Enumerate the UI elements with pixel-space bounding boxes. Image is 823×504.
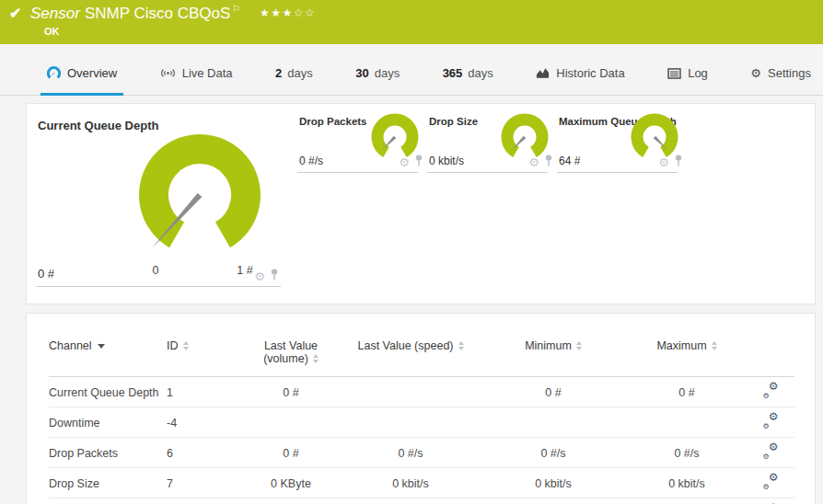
channel-id: 2 <box>167 498 240 504</box>
maximum-value: 0 kbit/s <box>627 468 747 498</box>
table-row: Current Queue Depth 1 0 # 0 # 0 # ⚙⚙ <box>49 377 794 407</box>
sensor-kind-label: Sensor <box>30 5 80 22</box>
minimum-value: 0 #/s <box>480 438 627 468</box>
historic-chart-icon <box>536 67 550 79</box>
gear-icon: ⚙ <box>750 66 761 80</box>
sensor-page: ✔ SensorSNMP Cisco CBQoS⚐ ★★★☆☆ OK Overv… <box>0 0 823 504</box>
last-value-speed: 0 #/s <box>342 438 480 468</box>
tab-settings[interactable]: ⚙ Settings <box>744 44 817 96</box>
last-value-volume: 0 # <box>240 438 342 468</box>
tab-log[interactable]: Log <box>661 44 714 96</box>
pin-icon[interactable] <box>414 154 423 170</box>
sort-both-icon <box>712 341 717 350</box>
channel-name: Drop Size <box>49 468 167 498</box>
column-header-last-value-volume[interactable]: Last Value (volume) <box>240 336 342 377</box>
tab-365-days[interactable]: 365 days <box>436 44 500 96</box>
tab-number: 365 <box>443 66 463 80</box>
live-data-icon <box>160 67 176 79</box>
maximum-value: 0 #/s <box>627 438 747 468</box>
sort-desc-icon <box>98 344 105 349</box>
tab-label: Settings <box>768 66 811 80</box>
last-value-volume <box>240 407 342 438</box>
channel-id: 6 <box>167 438 240 468</box>
gauge-title: Drop Packets <box>299 116 367 127</box>
sort-both-icon <box>458 341 464 350</box>
drop-size-gauge: Drop Size 0 kbit/s ⚙ <box>427 113 548 173</box>
tab-30-days[interactable]: 30 days <box>349 44 406 96</box>
sensor-title-line: SensorSNMP Cisco CBQoS⚐ ★★★☆☆ <box>30 4 316 23</box>
channel-name: Maximum Queue D... <box>49 498 167 504</box>
gauge-scale-min: 0 <box>148 264 163 277</box>
tab-label: days <box>375 66 400 80</box>
last-value-volume: 64 # <box>240 498 342 504</box>
channel-name: Drop Packets <box>49 438 167 468</box>
channel-id: 7 <box>167 468 240 498</box>
tab-live-data[interactable]: Live Data <box>154 44 239 96</box>
tab-label: Overview <box>67 66 117 80</box>
pin-icon[interactable] <box>674 154 683 170</box>
last-value-volume: 0 # <box>240 377 342 407</box>
gauge-settings-gear-icon[interactable]: ⚙ <box>254 270 265 282</box>
column-header-minimum[interactable]: Minimum <box>480 336 627 377</box>
last-value-speed: 0 kbit/s <box>342 468 480 498</box>
maximum-value <box>627 407 747 438</box>
sort-both-icon <box>576 341 582 350</box>
tab-label: Live Data <box>182 66 233 80</box>
channel-settings-gears-icon[interactable]: ⚙⚙ <box>763 414 779 429</box>
channel-settings-gears-icon[interactable]: ⚙⚙ <box>763 384 779 398</box>
column-header-maximum[interactable]: Maximum <box>627 336 747 377</box>
channel-settings-gears-icon[interactable]: ⚙⚙ <box>763 444 779 459</box>
sensor-header: ✔ SensorSNMP Cisco CBQoS⚐ ★★★☆☆ OK <box>0 0 823 44</box>
gauge-value: 0 #/s <box>299 155 323 167</box>
last-value-volume: 0 KByte <box>240 468 342 498</box>
sort-both-icon <box>183 341 189 350</box>
pin-icon[interactable] <box>270 268 279 284</box>
channel-settings-gears-icon[interactable]: ⚙⚙ <box>763 475 779 489</box>
gauge-settings-gear-icon[interactable]: ⚙ <box>658 156 669 168</box>
tab-overview[interactable]: Overview <box>41 44 123 96</box>
minimum-value: 0 # <box>480 377 627 407</box>
table-row: Downtime -4 ⚙⚙ <box>49 407 794 438</box>
maximum-value: 0 # <box>627 377 747 407</box>
gauge-title: Current Queue Depth <box>38 119 158 132</box>
table-header-row: Channel ID Last Value (volume) Last Valu… <box>49 336 794 377</box>
pin-icon[interactable] <box>544 154 553 170</box>
drop-packets-gauge: Drop Packets 0 #/s ⚙ <box>297 113 418 173</box>
tab-label: Historic Data <box>556 66 624 80</box>
last-value-speed <box>342 377 480 407</box>
channel-id: -4 <box>167 407 240 438</box>
flag-icon[interactable]: ⚐ <box>232 4 240 14</box>
overview-content: Current Queue Depth 0 1 # 0 # ⚙ Drop Pac… <box>0 96 823 504</box>
gauge-dial <box>131 133 269 271</box>
priority-stars[interactable]: ★★★☆☆ <box>260 6 316 19</box>
table-row: Drop Size 7 0 KByte 0 kbit/s 0 kbit/s 0 … <box>49 468 794 498</box>
last-value-speed <box>342 407 480 438</box>
tab-label: days <box>468 66 493 80</box>
table-row: Drop Packets 6 0 # 0 #/s 0 #/s 0 #/s ⚙⚙ <box>49 438 794 468</box>
channel-id: 1 <box>167 377 240 407</box>
tab-label: days <box>287 66 312 80</box>
sort-both-icon <box>313 354 319 363</box>
tab-historic-data[interactable]: Historic Data <box>529 44 631 96</box>
last-value-speed <box>342 498 480 504</box>
column-header-id[interactable]: ID <box>167 336 240 377</box>
column-header-channel[interactable]: Channel <box>49 336 167 377</box>
table-row: Maximum Queue D... 2 64 # 64 # 64 # ⚙⚙ <box>49 498 794 504</box>
tab-bar: Overview Live Data 2 days 30 days 365 da… <box>0 44 823 96</box>
channels-table-panel: Channel ID Last Value (volume) Last Valu… <box>26 313 816 504</box>
column-header-last-value-speed[interactable]: Last Value (speed) <box>342 336 480 377</box>
gauge-icon <box>47 66 61 80</box>
maximum-queue-depth-gauge: Maximum Queue Depth 64 # ⚙ <box>557 113 678 173</box>
tab-label: Log <box>688 66 708 80</box>
channel-name: Current Queue Depth <box>49 377 167 407</box>
gauge-settings-gear-icon[interactable]: ⚙ <box>528 156 539 168</box>
minimum-value <box>480 407 627 438</box>
channels-table: Channel ID Last Value (volume) Last Valu… <box>49 336 794 504</box>
maximum-value: 64 # <box>627 498 747 504</box>
column-header-actions <box>747 336 794 377</box>
status-check-icon: ✔ <box>9 5 21 22</box>
gauges-panel: Current Queue Depth 0 1 # 0 # ⚙ Drop Pac… <box>26 103 816 304</box>
tab-2-days[interactable]: 2 days <box>269 44 319 96</box>
tab-number: 2 <box>275 66 282 80</box>
gauge-settings-gear-icon[interactable]: ⚙ <box>399 156 410 168</box>
